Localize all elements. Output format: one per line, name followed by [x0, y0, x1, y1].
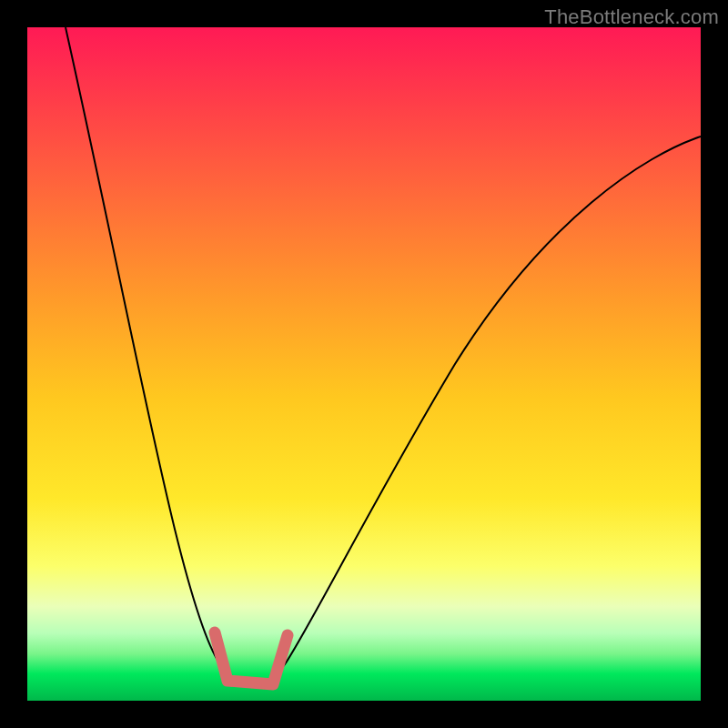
chart-svg	[27, 27, 701, 701]
valley-highlight	[215, 632, 288, 684]
chart-plot-area	[27, 27, 701, 701]
bottleneck-curve	[66, 27, 701, 683]
watermark-text: TheBottleneck.com	[544, 5, 719, 29]
